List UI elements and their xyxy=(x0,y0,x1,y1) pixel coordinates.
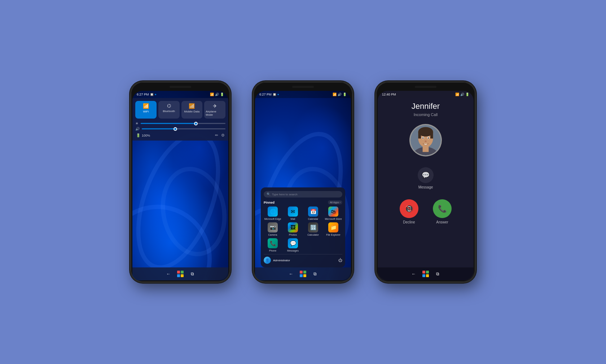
app-edge[interactable]: 🌐 Microsoft Edge xyxy=(264,207,282,220)
mail-icon: ✉ xyxy=(288,207,298,217)
multitask-button-2[interactable]: ⧉ xyxy=(311,270,319,278)
power-button-3[interactable] xyxy=(375,118,376,134)
volume-icon-2: 🔊 xyxy=(338,93,342,96)
message-button[interactable]: 💬 Message xyxy=(418,167,434,189)
time-3: 12:40 PM xyxy=(382,93,396,96)
app-mail[interactable]: ✉ Mail xyxy=(284,207,302,220)
photos-icon: 🖼 xyxy=(288,222,298,232)
start-button-3[interactable] xyxy=(422,271,429,277)
status-left-2: 6:27 PM 🔲 ● xyxy=(259,93,279,96)
app-store[interactable]: 🛍 Microsoft Store xyxy=(324,207,342,220)
airplane-label: Airplane Mode xyxy=(206,110,224,116)
back-button-1[interactable]: ← xyxy=(165,270,172,278)
back-button-2[interactable]: ← xyxy=(287,270,295,278)
all-apps-button[interactable]: All Apps › xyxy=(328,200,342,204)
brightness-thumb[interactable] xyxy=(194,122,198,125)
start-search-bar[interactable]: 🔍 Type here to search xyxy=(264,191,342,197)
volume-up-button[interactable] xyxy=(230,111,231,122)
start-button-1[interactable] xyxy=(177,271,184,277)
multitask-button-3[interactable]: ⧉ xyxy=(434,270,441,278)
edge-icon: 🌐 xyxy=(268,207,278,217)
calculator-icon: 🔢 xyxy=(308,222,318,232)
edit-button[interactable]: ✏ xyxy=(215,133,218,138)
decline-circle: 📵 xyxy=(400,199,418,218)
notification-icon-2: 🔲 xyxy=(273,93,276,96)
phone-app-label: Phone xyxy=(269,249,276,252)
back-button-3[interactable]: ← xyxy=(410,270,417,278)
brightness-fill xyxy=(141,123,196,124)
power-button[interactable] xyxy=(130,118,131,134)
wifi-tile[interactable]: 📶 WiFi xyxy=(135,101,157,119)
battery-full-icon: 🔋 xyxy=(136,133,140,137)
calendar-icon: 📅 xyxy=(308,207,318,217)
time-2: 6:27 PM xyxy=(259,93,272,96)
app-photos[interactable]: 🖼 Photos xyxy=(284,222,302,236)
battery-icon-1: 🔋 xyxy=(220,93,224,96)
mobile-data-label: Mobile Data xyxy=(184,110,200,113)
app-messages[interactable]: 💬 Messages xyxy=(284,238,302,252)
search-icon: 🔍 xyxy=(267,192,271,196)
app-explorer[interactable]: 📁 File Explorer xyxy=(324,222,342,236)
status-right-2: 📶 🔊 🔋 xyxy=(333,93,347,96)
edge-label: Microsoft Edge xyxy=(264,218,281,220)
status-bar-2: 6:27 PM 🔲 ● 📶 🔊 🔋 xyxy=(255,91,351,98)
battery-icon-2: 🔋 xyxy=(343,93,347,96)
settings-button[interactable]: ⚙ xyxy=(221,133,225,138)
volume-thumb[interactable] xyxy=(174,127,177,131)
quick-actions: ✏ ⚙ xyxy=(215,133,225,138)
user-info[interactable]: 👤 Administrator xyxy=(264,257,290,264)
sync-icon-1: ● xyxy=(155,93,157,96)
wifi-icon-2: 📶 xyxy=(333,93,337,96)
airplane-mode-tile[interactable]: ✈ Airplane Mode xyxy=(204,101,225,119)
brightness-track[interactable] xyxy=(141,123,225,124)
answer-icon: 📞 xyxy=(438,204,447,213)
explorer-icon: 📁 xyxy=(328,222,338,232)
taskbar-3: ← ⧉ xyxy=(378,267,474,280)
volume-icon: 🔊 xyxy=(135,127,140,131)
brightness-icon: ☀ xyxy=(135,121,139,125)
bluetooth-icon: ⌬ xyxy=(167,103,171,108)
camera-label: Camera xyxy=(268,234,277,236)
phone-1: 6:27 PM 🔲 ● 📶 🔊 🔋 📶 WiFi ⌬ Bluetooth xyxy=(130,81,231,283)
answer-circle: 📞 xyxy=(433,199,452,218)
phone-screen-2: 6:27 PM 🔲 ● 📶 🔊 🔋 🔍 Type here to search … xyxy=(255,91,351,280)
app-camera[interactable]: 📷 Camera xyxy=(264,222,282,236)
app-phone[interactable]: 📞 Phone xyxy=(264,238,282,252)
store-icon: 🛍 xyxy=(328,207,338,217)
power-button-2[interactable] xyxy=(252,118,253,134)
message-label: Message xyxy=(418,185,433,189)
volume-row: 🔊 xyxy=(135,127,225,131)
bluetooth-tile[interactable]: ⌬ Bluetooth xyxy=(158,101,180,119)
volume-icon-1: 🔊 xyxy=(215,93,219,96)
quick-settings-bottom: 🔋 100% ✏ ⚙ xyxy=(135,133,225,138)
phone-icon: 📞 xyxy=(268,238,278,248)
search-placeholder: Type here to search xyxy=(272,193,298,196)
answer-button[interactable]: 📞 Answer xyxy=(433,199,452,224)
volume-up-button-2[interactable] xyxy=(353,111,354,122)
mobile-data-tile[interactable]: 📶 Mobile Data xyxy=(181,101,203,119)
user-avatar: 👤 xyxy=(264,257,271,264)
svg-point-11 xyxy=(428,137,429,139)
app-calendar[interactable]: 📅 Calendar xyxy=(304,207,322,220)
start-button-2[interactable] xyxy=(300,271,306,277)
volume-track[interactable] xyxy=(142,128,225,129)
taskbar-1: ← ⧉ xyxy=(132,267,228,280)
decline-label: Decline xyxy=(403,220,415,224)
app-calculator[interactable]: 🔢 Calculator xyxy=(304,222,322,236)
decline-button[interactable]: 📵 Decline xyxy=(400,199,418,224)
volume-up-button-3[interactable] xyxy=(475,111,476,122)
volume-down-button-2[interactable] xyxy=(353,125,354,136)
pinned-app-grid: 🌐 Microsoft Edge ✉ Mail 📅 Calendar 🛍 Mic… xyxy=(264,207,342,252)
power-button-start[interactable]: ⏻ xyxy=(338,258,342,262)
volume-down-button[interactable] xyxy=(230,125,231,136)
start-menu: 🔍 Type here to search Pinned All Apps › … xyxy=(261,187,345,267)
volume-fill xyxy=(142,128,175,129)
volume-down-button-3[interactable] xyxy=(475,125,476,136)
status-right-3: 📶 🔊 🔋 xyxy=(455,93,469,96)
call-status: Incoming Call xyxy=(414,112,438,117)
multitask-button-1[interactable]: ⧉ xyxy=(189,270,196,278)
phone-screen-1: 6:27 PM 🔲 ● 📶 🔊 🔋 📶 WiFi ⌬ Bluetooth xyxy=(132,91,228,280)
status-bar-1: 6:27 PM 🔲 ● 📶 🔊 🔋 xyxy=(132,91,228,98)
svg-rect-6 xyxy=(418,132,421,139)
notification-icon-1: 🔲 xyxy=(150,93,154,96)
